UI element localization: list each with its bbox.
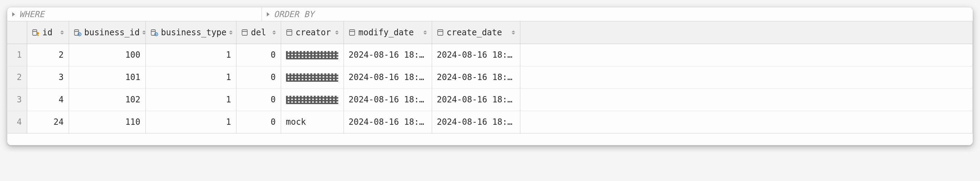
cell-business-id[interactable]: 100 — [69, 44, 145, 66]
cell-del[interactable]: 0 — [236, 88, 281, 111]
cell-del[interactable]: 0 — [236, 66, 281, 88]
cell-modify-date[interactable]: 2024-08-16 18:40:53 — [344, 88, 432, 111]
cell-id[interactable]: 3 — [27, 66, 69, 88]
svg-rect-19 — [438, 30, 443, 35]
column-header-del[interactable]: del — [236, 21, 281, 44]
column-icon — [349, 29, 356, 36]
cell-business-type[interactable]: 1 — [145, 66, 236, 88]
cell-id[interactable]: 24 — [27, 111, 69, 133]
column-icon — [437, 29, 444, 36]
where-placeholder: WHERE — [19, 10, 44, 19]
svg-rect-15 — [287, 30, 292, 35]
cell-empty — [520, 44, 973, 66]
column-label: creator — [296, 27, 332, 37]
sort-icon[interactable] — [335, 30, 339, 35]
cell-business-id[interactable]: 102 — [69, 88, 145, 111]
cell-creator[interactable] — [281, 88, 344, 111]
cell-creator[interactable] — [281, 44, 344, 66]
svg-rect-17 — [350, 30, 355, 35]
table-row[interactable]: 34102102024-08-16 18:40:532024-08-16 18:… — [7, 88, 973, 111]
table-row[interactable]: 42411010mock2024-08-16 18:41:102024-08-1… — [7, 111, 973, 133]
column-icon — [286, 29, 293, 36]
cell-del[interactable]: 0 — [236, 44, 281, 66]
column-header-id[interactable]: id — [27, 21, 69, 44]
sort-icon[interactable] — [272, 30, 276, 35]
cell-business-type[interactable]: 1 — [145, 44, 236, 66]
cell-del[interactable]: 0 — [236, 111, 281, 133]
sort-icon[interactable] — [142, 30, 145, 35]
cell-creator[interactable]: mock — [281, 111, 344, 133]
row-number[interactable]: 3 — [7, 88, 27, 111]
column-header-business-type[interactable]: business_type — [145, 21, 236, 44]
indexed-column-icon — [74, 29, 82, 36]
orderby-filter[interactable]: ORDER BY — [262, 7, 973, 21]
row-number[interactable]: 4 — [7, 111, 27, 133]
cell-modify-date[interactable]: 2024-08-16 18:40:41 — [344, 44, 432, 66]
orderby-placeholder: ORDER BY — [274, 10, 314, 19]
column-label: modify_date — [358, 27, 421, 37]
cell-business-type[interactable]: 1 — [145, 111, 236, 133]
svg-rect-4 — [37, 35, 39, 36]
column-header-empty — [520, 21, 973, 44]
column-label: id — [43, 27, 57, 37]
svg-point-8 — [79, 34, 80, 35]
sort-icon[interactable] — [60, 30, 64, 35]
table-row[interactable]: 12100102024-08-16 18:40:412024-08-16 18:… — [7, 44, 973, 66]
expand-arrow-icon — [12, 12, 15, 16]
cell-id[interactable]: 4 — [27, 88, 69, 111]
cell-create-date[interactable]: 2024-08-16 18:40:50 — [432, 66, 520, 88]
cell-create-date[interactable]: 2024-08-16 18:40:41 — [432, 44, 520, 66]
column-label: business_type — [161, 27, 227, 37]
cell-empty — [520, 88, 973, 111]
row-number[interactable]: 1 — [7, 44, 27, 66]
result-panel: WHERE ORDER BY — [7, 7, 973, 145]
column-header-creator[interactable]: creator — [281, 21, 344, 44]
cell-create-date[interactable]: 2024-08-16 18:40:53 — [432, 88, 520, 111]
cell-empty — [520, 66, 973, 88]
where-filter[interactable]: WHERE — [7, 7, 262, 21]
column-label: create_date — [447, 27, 509, 37]
cell-create-date[interactable]: 2024-08-16 18:41:10 — [432, 111, 520, 133]
sort-icon[interactable] — [423, 30, 427, 35]
svg-rect-13 — [242, 30, 247, 35]
row-number[interactable]: 2 — [7, 66, 27, 88]
expand-arrow-icon — [267, 12, 270, 16]
svg-point-12 — [156, 34, 157, 35]
result-grid[interactable]: id — [7, 21, 973, 133]
cell-business-id[interactable]: 110 — [69, 111, 145, 133]
cell-modify-date[interactable]: 2024-08-16 18:40:50 — [344, 66, 432, 88]
primary-key-column-icon — [32, 29, 40, 36]
cell-modify-date[interactable]: 2024-08-16 18:41:10 — [344, 111, 432, 133]
grid-footer — [7, 133, 973, 145]
indexed-column-icon — [151, 29, 158, 36]
cell-empty — [520, 111, 973, 133]
column-header-business-id[interactable]: business_id — [69, 21, 145, 44]
filter-bar: WHERE ORDER BY — [7, 7, 973, 21]
cell-business-id[interactable]: 101 — [69, 66, 145, 88]
column-label: business_id — [84, 27, 140, 37]
column-icon — [241, 29, 248, 36]
column-label: del — [251, 27, 270, 37]
redacted-value — [286, 96, 338, 104]
column-header-create-date[interactable]: create_date — [432, 21, 520, 44]
svg-rect-0 — [32, 30, 37, 35]
cell-creator[interactable] — [281, 66, 344, 88]
data-table: id — [7, 21, 973, 133]
sort-icon[interactable] — [512, 30, 515, 35]
corner-cell — [7, 21, 27, 44]
column-header-modify-date[interactable]: modify_date — [344, 21, 432, 44]
header-row: id — [7, 21, 973, 44]
redacted-value — [286, 51, 338, 59]
cell-business-type[interactable]: 1 — [145, 88, 236, 111]
redacted-value — [286, 74, 338, 82]
table-row[interactable]: 23101102024-08-16 18:40:502024-08-16 18:… — [7, 66, 973, 88]
sort-icon[interactable] — [229, 30, 232, 35]
cell-id[interactable]: 2 — [27, 44, 69, 66]
